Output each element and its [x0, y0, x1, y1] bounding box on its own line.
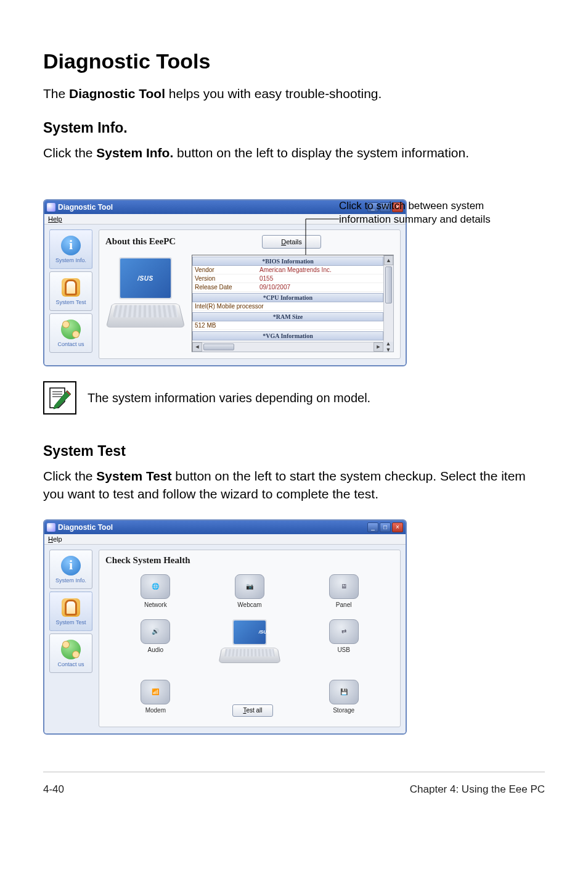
content-pane: About this EeePC Details /SUS *BIOS Info… — [99, 229, 401, 359]
bios-date-key: Release Date — [195, 284, 259, 291]
intro-bold: Diagnostic Tool — [69, 86, 165, 101]
contact-icon — [61, 320, 81, 339]
bios-date-row: Release Date09/10/2007 — [192, 283, 383, 292]
health-label-8: Storage — [333, 707, 354, 714]
page-footer: 4-40 Chapter 4: Using the Eee PC — [43, 772, 545, 796]
horizontal-scrollbar[interactable]: ◄ ► — [192, 342, 383, 352]
storage-icon: 💾 — [329, 680, 359, 704]
sidebar2-label-0: System Info. — [55, 577, 86, 584]
health-modem[interactable]: 📶 Modem — [118, 680, 194, 717]
scroll-right-icon[interactable]: ► — [374, 342, 383, 352]
health-label-5: USB — [337, 646, 350, 653]
network-icon: 🌐 — [141, 574, 170, 599]
section-sysinfo-heading: System Info. — [43, 120, 545, 136]
sidebar2-label-2: Contact us — [57, 661, 84, 667]
test-icon — [62, 278, 80, 297]
content-pane-2: Check System Health 🌐 Network 📷 Webcam 🖥… — [99, 550, 401, 727]
section-systest-heading: System Test — [43, 443, 545, 460]
panel-icon: 🖥 — [329, 574, 359, 599]
window2-icon — [47, 523, 55, 532]
page-title: Diagnostic Tools — [43, 49, 545, 73]
page-number: 4-40 — [43, 783, 64, 796]
section-sysinfo-text: Click the System Info. button on the lef… — [43, 144, 545, 162]
sidebar2-item-contact-us[interactable]: Contact us — [49, 633, 92, 673]
sysinfo-text-post: button on the left to display the system… — [173, 146, 469, 160]
intro-pre: The — [43, 86, 69, 101]
health-label-6: Modem — [145, 707, 166, 714]
sidebar-label-1: System Test — [56, 299, 86, 305]
ram-val: 512 MB — [195, 322, 259, 329]
health-audio[interactable]: 🔊 Audio — [118, 619, 194, 669]
scroll-up-icon[interactable]: ▲ — [384, 255, 393, 265]
laptop-logo-2: /SUS — [259, 629, 271, 634]
health-testall-cell: Test all — [212, 680, 288, 717]
info-scroll-area: *BIOS Information VendorAmerican Megatre… — [192, 255, 394, 352]
bios-version-row: Version0155 — [192, 274, 383, 283]
bios-date-val: 09/10/2007 — [259, 284, 290, 291]
bios-vendor-row: VendorAmerican Megatrends Inc. — [192, 266, 383, 274]
laptop-illustration: /SUS — [105, 255, 186, 341]
test-all-button[interactable]: Test all — [232, 704, 272, 717]
sysinfo-text-pre: Click the — [43, 146, 96, 160]
info-icon-2 — [61, 556, 81, 576]
details-btn-rest: etails — [286, 238, 302, 245]
menu-help-label: elp — [53, 215, 62, 223]
health-label-3: Audio — [148, 646, 164, 653]
sidebar-2: System Info. System Test Contact us — [49, 550, 92, 727]
group-bios: *BIOS Information — [192, 257, 383, 266]
modem-icon: 📶 — [141, 680, 170, 704]
maximize-button-2[interactable]: □ — [380, 522, 391, 532]
health-label-2: Panel — [336, 601, 352, 608]
details-button[interactable]: Details — [262, 235, 321, 249]
sidebar2-item-system-info[interactable]: System Info. — [49, 550, 92, 589]
sidebar-item-contact-us[interactable]: Contact us — [49, 313, 92, 353]
bios-vendor-key: Vendor — [195, 266, 259, 273]
window2-title: Diagnostic Tool — [58, 523, 113, 532]
health-laptop: /SUS — [212, 619, 288, 669]
scroll-thumb[interactable] — [385, 266, 392, 303]
close-button-2[interactable]: × — [392, 522, 403, 532]
group-cpu: *CPU Information — [192, 293, 383, 302]
group-ram: *RAM Size — [192, 312, 383, 321]
systest-text-bold: System Test — [96, 469, 171, 483]
cpu-val: Intel(R) Mobile processor — [195, 303, 264, 310]
ram-row: 512 MB — [192, 321, 383, 330]
bios-version-val: 0155 — [259, 275, 273, 282]
scroll-corner[interactable]: ▲▼ — [383, 342, 393, 352]
sidebar-item-system-info[interactable]: System Info. — [49, 229, 92, 269]
health-storage[interactable]: 💾 Storage — [306, 680, 382, 717]
menu-help-2[interactable]: Help — [44, 534, 406, 545]
scroll-left-icon[interactable]: ◄ — [192, 342, 202, 352]
health-grid: 🌐 Network 📷 Webcam 🖥 Panel 🔊 Audio — [105, 571, 394, 720]
health-network[interactable]: 🌐 Network — [118, 574, 194, 608]
test-icon-2 — [62, 598, 80, 617]
health-panel[interactable]: 🖥 Panel — [306, 574, 382, 608]
bios-vendor-val: American Megatrends Inc. — [259, 266, 332, 273]
hscroll-thumb[interactable] — [203, 344, 234, 350]
sidebar-item-system-test[interactable]: System Test — [49, 271, 92, 311]
sidebar2-label-1: System Test — [56, 619, 86, 625]
intro-paragraph: The Diagnostic Tool helps you with easy … — [43, 85, 545, 102]
audio-icon: 🔊 — [141, 619, 170, 644]
annotation-text: Click to switch between system informati… — [339, 199, 524, 226]
diagnostic-window-systest: Diagnostic Tool _ □ × Help System Info. … — [43, 519, 407, 735]
contact-icon-2 — [61, 640, 81, 659]
health-label-1: Webcam — [237, 601, 261, 608]
sidebar: System Info. System Test Contact us — [49, 229, 92, 359]
vertical-scrollbar[interactable]: ▲ — [383, 255, 393, 342]
health-webcam[interactable]: 📷 Webcam — [212, 574, 288, 608]
bios-version-key: Version — [195, 275, 259, 282]
pane-title-2: Check System Health — [105, 555, 394, 566]
health-label-0: Network — [144, 601, 167, 608]
intro-post: helps you with easy trouble-shooting. — [165, 86, 382, 101]
note-text: The system information varies depending … — [88, 389, 370, 406]
note-icon — [43, 381, 76, 415]
sidebar2-item-system-test[interactable]: System Test — [49, 592, 92, 631]
sysinfo-text-bold: System Info. — [96, 146, 173, 160]
window-title: Diagnostic Tool — [58, 203, 113, 212]
minimize-button-2[interactable]: _ — [367, 522, 378, 532]
window-icon — [47, 203, 55, 212]
health-usb[interactable]: ⇄ USB — [306, 619, 382, 669]
info-icon — [61, 236, 81, 255]
webcam-icon: 📷 — [235, 574, 264, 599]
